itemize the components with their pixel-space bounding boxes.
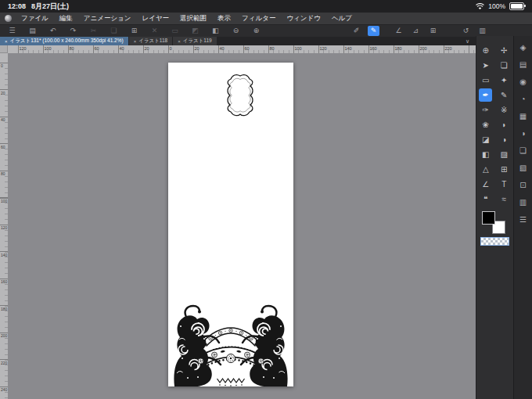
menu-selection[interactable]: 選択範囲: [174, 14, 212, 23]
close-tab-icon[interactable]: ×: [178, 39, 181, 44]
menu-file[interactable]: ファイル: [16, 14, 54, 23]
selection-tool-icon[interactable]: ▭: [479, 74, 492, 87]
color-wheel-panel-icon[interactable]: ◔: [518, 94, 529, 105]
figure-tool-icon[interactable]: △: [479, 163, 492, 176]
ruler-label: 100: [45, 46, 52, 51]
horizontal-ruler: 1201008060402002040608010012014016018020…: [8, 45, 476, 53]
close-tab-icon[interactable]: ×: [5, 39, 8, 44]
copy-icon[interactable]: ❏: [108, 26, 120, 36]
ruler-label: 40: [120, 46, 124, 51]
ruler-label: 40: [220, 46, 225, 51]
tool-grid: ⊕✢➤❏▭✦✒✎✑※❀◗◪◑◧▨△⊞∠T❝≈: [476, 36, 513, 206]
gradient-tool-icon[interactable]: ▨: [498, 148, 511, 161]
menu-items: ファイル編集アニメーションレイヤー選択範囲表示フィルターウィンドウヘルプ: [16, 14, 358, 23]
canvas-workspace[interactable]: [8, 53, 476, 399]
tool-panel: ⊕✢➤❏▭✦✒✎✑※❀◗◪◑◧▨△⊞∠T❝≈: [476, 36, 513, 399]
ruler-label: 120: [1, 225, 7, 230]
layer-move-tool-icon[interactable]: ❏: [498, 59, 511, 72]
brush-tool-icon[interactable]: ✑: [479, 103, 492, 117]
deselect-icon[interactable]: ▭: [169, 26, 181, 36]
redo-icon[interactable]: ↷: [67, 26, 79, 36]
color-swatch-area: [476, 211, 513, 252]
eraser-tool-icon[interactable]: ◪: [479, 133, 492, 146]
menu-window[interactable]: ウィンドウ: [281, 14, 326, 23]
tab-label: イラスト119: [183, 38, 212, 45]
ruler-label: 180: [1, 307, 7, 311]
ruler-tool-icon[interactable]: ∠: [479, 178, 492, 191]
pencil-tool-icon[interactable]: ✎: [498, 88, 511, 102]
tab-illust-119[interactable]: × イラスト119: [173, 37, 217, 45]
draw-line-icon[interactable]: ✎: [368, 26, 379, 36]
snap-special-ruler-icon[interactable]: ⊿: [410, 26, 422, 36]
fill-tool-icon[interactable]: ◧: [479, 148, 492, 161]
ruler-label: 220: [1, 361, 7, 365]
blend-tool-icon[interactable]: ◑: [498, 133, 511, 146]
frame-border-tool-icon[interactable]: ⊞: [498, 163, 511, 176]
tab-overflow-chevron-icon[interactable]: ∨: [466, 38, 469, 45]
ruler-label: 120: [20, 46, 27, 51]
transparent-color-swatch[interactable]: [480, 237, 509, 246]
zoom-in-icon[interactable]: ⊕: [250, 26, 262, 36]
snap-grid-icon[interactable]: ⊞: [427, 26, 439, 36]
menu-edit[interactable]: 編集: [54, 14, 78, 23]
status-date: 8月27日(土): [31, 2, 69, 12]
operation-tool-icon[interactable]: ➤: [479, 59, 492, 72]
clip-studio-logo-icon[interactable]: [5, 15, 12, 22]
paste-icon[interactable]: ⊞: [128, 26, 140, 36]
eyedropper-tool-icon[interactable]: ◗: [498, 118, 511, 131]
snap-ruler-icon[interactable]: ∠: [393, 26, 404, 36]
material-panel-icon[interactable]: ▥: [518, 197, 529, 208]
tool-property-panel-icon[interactable]: ▤: [518, 59, 529, 70]
menu-filter[interactable]: フィルター: [236, 14, 281, 23]
color-set-panel-icon[interactable]: ▦: [518, 111, 529, 122]
ruler-label: 160: [370, 46, 377, 51]
ruler-origin-corner: [0, 45, 8, 53]
tab-illust-118[interactable]: × イラスト118: [129, 37, 173, 45]
decoration-tool-icon[interactable]: ❀: [479, 118, 492, 131]
ruler-label: 40: [1, 117, 5, 122]
text-tool-icon[interactable]: T: [498, 178, 511, 191]
ruler-label: 20: [195, 46, 200, 51]
menu-animation[interactable]: アニメーション: [78, 14, 137, 23]
pen-tool-icon[interactable]: ✒: [479, 88, 492, 102]
panel-layout-icon[interactable]: ▥: [476, 26, 488, 36]
brush-size-panel-icon[interactable]: ◉: [518, 77, 529, 88]
line-correction-tool-icon[interactable]: ≈: [498, 192, 511, 206]
ruler-label: 60: [1, 145, 5, 149]
ruler-label: 240: [1, 387, 7, 392]
layer-panel-icon[interactable]: ❏: [518, 146, 529, 156]
save-icon[interactable]: ▤: [27, 26, 38, 36]
fill-icon[interactable]: ◧: [210, 26, 221, 36]
app-menu-icon[interactable]: ☰: [6, 26, 18, 36]
invert-selection-icon[interactable]: ◩: [189, 26, 201, 36]
auto-select-tool-icon[interactable]: ✦: [498, 74, 511, 87]
line-edit-icon[interactable]: ✐: [350, 26, 362, 36]
menu-help[interactable]: ヘルプ: [326, 14, 358, 23]
quick-access-panel-icon[interactable]: ◈: [518, 42, 529, 53]
tab-illust-131[interactable]: × イラスト131* (100.00 x 240.00mm 350dpi 41.…: [0, 37, 128, 45]
zoom-out-icon[interactable]: ⊖: [230, 26, 242, 36]
airbrush-tool-icon[interactable]: ※: [498, 103, 511, 117]
zoom-tool-icon[interactable]: ⊕: [479, 44, 492, 57]
wifi-icon: [476, 3, 484, 10]
menu-bar: ファイル編集アニメーションレイヤー選択範囲表示フィルターウィンドウヘルプ: [0, 13, 532, 24]
ruler-label: 20: [1, 91, 5, 95]
ruler-label: 80: [70, 46, 74, 51]
canvas[interactable]: [168, 63, 293, 386]
undo-icon[interactable]: ↶: [47, 26, 59, 36]
pan-tool-icon[interactable]: ✢: [498, 44, 511, 57]
ruler-label: 180: [395, 46, 402, 51]
sub-view-panel-icon[interactable]: ☰: [518, 214, 529, 225]
cut-icon[interactable]: ✂: [88, 26, 99, 36]
layer-property-panel-icon[interactable]: ▧: [518, 163, 529, 174]
color-mix-panel-icon[interactable]: ◑: [518, 128, 529, 139]
delete-icon[interactable]: ✕: [149, 26, 160, 36]
menu-view[interactable]: 表示: [212, 14, 236, 23]
navigator-panel-icon[interactable]: ⊡: [518, 180, 529, 191]
balloon-tool-icon[interactable]: ❝: [479, 192, 492, 206]
rotate-reset-icon[interactable]: ↺: [460, 26, 472, 36]
ruler-label: 160: [1, 279, 7, 284]
foreground-color-swatch[interactable]: [482, 211, 495, 225]
menu-layer[interactable]: レイヤー: [137, 14, 175, 23]
close-tab-icon[interactable]: ×: [134, 39, 137, 44]
